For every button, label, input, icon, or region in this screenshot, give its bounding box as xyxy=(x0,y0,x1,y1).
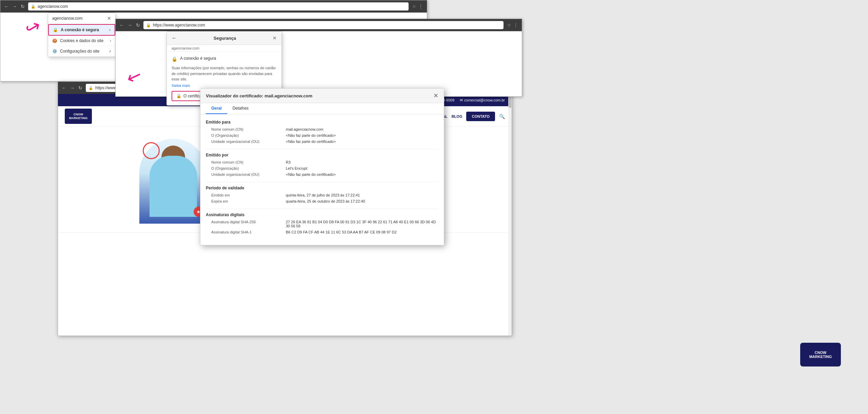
security-learn-more[interactable]: Saiba mais xyxy=(172,83,190,88)
scrollbar-3[interactable] xyxy=(508,94,512,336)
browser-chrome-bar-2: ← → ↻ 🔒 https://www.agencianow.com ☆ ⋮ xyxy=(116,19,522,31)
dropdown-url: agencianow.com xyxy=(52,16,82,21)
menu-icon-2[interactable]: ⋮ xyxy=(513,22,518,28)
logo-text: CNOWMARKETING xyxy=(69,113,88,120)
cert-section-periodo: Período de validade Emitido em quinta-fe… xyxy=(206,186,438,203)
secure-lock-icon: 🔒 xyxy=(172,56,177,62)
connection-label: A conexão é segura xyxy=(61,27,99,32)
reload-button-2[interactable]: ↻ xyxy=(135,22,141,28)
browser-right-icons-2: ☆ ⋮ xyxy=(506,22,518,28)
cert-label-sha1: Assinatura digital SHA-1 xyxy=(211,230,286,234)
reload-button-3[interactable]: ↻ xyxy=(78,85,83,91)
circle-decoration xyxy=(143,142,160,159)
nav-blog[interactable]: BLOG xyxy=(452,114,462,118)
connection-icon: 🔒 xyxy=(53,27,58,32)
certificate-modal: Visualizador do certificado: mail.agenci… xyxy=(200,88,444,245)
cert-lock-icon: 🔒 xyxy=(176,94,181,98)
cert-label-emitido-em: Emitido em xyxy=(211,193,286,197)
security-popup-header: ← Segurança ✕ xyxy=(167,32,281,45)
cert-divider-3 xyxy=(206,209,438,209)
settings-label: Configurações do site xyxy=(60,49,99,54)
cert-value-org-por: Let's Encrypt xyxy=(286,166,438,170)
cert-label-cn-por: Nome comum (CN) xyxy=(211,160,286,164)
address-bar-1[interactable]: 🔒 agencianow.com xyxy=(28,2,409,11)
browser-window-2: ← → ↻ 🔒 https://www.agencianow.com ☆ ⋮ ←… xyxy=(115,19,522,97)
security-popup-url: agencianow.com xyxy=(167,45,281,52)
forward-button-3[interactable]: → xyxy=(70,85,75,91)
cert-periodo-title: Período de validade xyxy=(206,186,438,190)
cert-label-sha256: Assinatura digital SHA-256 xyxy=(211,220,286,228)
cert-emitido-por-title: Emitido por xyxy=(206,153,438,157)
cert-body: Emitido para Nome comum (CN) mail.agenci… xyxy=(200,114,444,245)
dropdown-close-button[interactable]: ✕ xyxy=(107,16,111,21)
cert-tab-general[interactable]: Geral xyxy=(206,103,227,114)
security-back-button[interactable]: ← xyxy=(172,35,177,41)
cert-value-ou-para: <Não faz parte do certificado> xyxy=(286,139,438,144)
dropdown-item-settings[interactable]: ⚙️ Configurações do site ↗ xyxy=(48,46,115,57)
email-address: comercial@cnow.com.br xyxy=(464,98,505,102)
cert-emitido-para-title: Emitido para xyxy=(206,120,438,125)
star-icon-2[interactable]: ☆ xyxy=(506,22,512,28)
cert-value-cn-por: R3 xyxy=(286,160,438,164)
cert-label-ou-para: Unidade organizacional (OU) xyxy=(211,139,286,144)
cookies-icon: 🍪 xyxy=(52,38,57,43)
url-text-2: https://www.agencianow.com xyxy=(153,23,205,27)
cert-value-cn-para: mail.agenciacnow.com xyxy=(286,127,438,131)
cert-label-expira-em: Expira em xyxy=(211,199,286,203)
cert-row-expira-em: Expira em quarta-feira, 25 de outubro de… xyxy=(206,199,438,203)
cookies-arrow: › xyxy=(110,38,111,43)
cert-modal-close-button[interactable]: ✕ xyxy=(433,92,438,99)
back-button-2[interactable]: ← xyxy=(119,22,124,28)
forward-button-2[interactable]: → xyxy=(127,22,133,28)
hero-image-container: ★ xyxy=(139,139,207,224)
security-popup-title: Segurança xyxy=(214,36,236,41)
cert-divider-1 xyxy=(206,149,438,149)
cert-value-ou-por: <Não faz parte do certificado> xyxy=(286,172,438,176)
back-button-3[interactable]: ← xyxy=(61,85,67,91)
cert-row-ou-para: Unidade organizacional (OU) <Não faz par… xyxy=(206,139,438,144)
cert-row-cn-por: Nome comum (CN) R3 xyxy=(206,160,438,164)
cert-row-org-por: O (Organização) Let's Encrypt xyxy=(206,166,438,170)
reload-button-1[interactable]: ↻ xyxy=(20,4,25,9)
security-connection-item: 🔒 A conexão é segura xyxy=(172,56,277,62)
cert-modal-header: Visualizador do certificado: mail.agenci… xyxy=(200,89,444,103)
dropdown-item-connection[interactable]: 🔒 A conexão é segura › xyxy=(48,24,115,36)
cert-tabs: Geral Detalhes xyxy=(200,103,444,114)
cert-row-sha256: Assinatura digital SHA-256 27 26 EA 36 8… xyxy=(206,220,438,228)
forward-button-1[interactable]: → xyxy=(12,4,17,9)
browser-right-icons-1: ☆ ⋮ xyxy=(411,4,423,9)
cert-row-org-para: O (Organização) <Não faz parte do certif… xyxy=(206,133,438,137)
url-text-1: agencianow.com xyxy=(38,4,68,9)
cert-section-emitido-por: Emitido por Nome comum (CN) R3 O (Organi… xyxy=(206,153,438,176)
cert-value-sha256: 27 26 EA 36 81 B1 04 D0 D8 FA 00 91 D3 1… xyxy=(286,220,438,228)
connection-arrow: › xyxy=(109,27,111,32)
settings-ext-icon: ↗ xyxy=(108,50,111,53)
back-button-1[interactable]: ← xyxy=(4,4,9,9)
security-close-button[interactable]: ✕ xyxy=(273,35,277,41)
cert-value-org-para: <Não faz parte do certificado> xyxy=(286,133,438,137)
lock-icon-2: 🔒 xyxy=(146,23,151,27)
star-icon-1[interactable]: ☆ xyxy=(411,4,417,9)
menu-icon-1[interactable]: ⋮ xyxy=(418,4,423,9)
cert-modal-title: Visualizador do certificado: mail.agenci… xyxy=(206,93,312,98)
cert-row-cn-para: Nome comum (CN) mail.agenciacnow.com xyxy=(206,127,438,131)
cert-assinaturas-title: Assinaturas digitais xyxy=(206,212,438,217)
lock-icon-1: 🔒 xyxy=(31,4,36,9)
cert-value-emitido-em: quinta-feira, 27 de julho de 2023 às 17:… xyxy=(286,193,438,197)
cert-row-ou-por: Unidade organizacional (OU) <Não faz par… xyxy=(206,172,438,176)
nav-contato-button[interactable]: CONTATO xyxy=(466,112,495,121)
cert-row-sha1: Assinatura digital SHA-1 B6 C2 D9 FA CF … xyxy=(206,230,438,234)
browser-chrome-bar-1: ← → ↻ 🔒 agencianow.com ☆ ⋮ xyxy=(0,0,427,13)
cert-label-org-para: O (Organização) xyxy=(211,133,286,137)
cert-section-emitido-para: Emitido para Nome comum (CN) mail.agenci… xyxy=(206,120,438,144)
cert-tab-details[interactable]: Detalhes xyxy=(227,103,254,114)
cnow-logo-floating: CNOWMARKETING xyxy=(800,343,841,366)
address-bar-2[interactable]: 🔒 https://www.agencianow.com xyxy=(143,21,504,29)
nav-search-button[interactable]: 🔍 xyxy=(499,114,505,119)
dropdown-item-cookies[interactable]: 🍪 Cookies e dados do site › xyxy=(48,36,115,46)
email-item: ✉ comercial@cnow.com.br xyxy=(460,98,505,102)
cert-value-sha1: B6 C2 D9 FA CF AB 44 1E 11 6C 53 DA AA B… xyxy=(286,230,438,234)
cert-value-expira-em: quarta-feira, 25 de outubro de 2023 às 1… xyxy=(286,199,438,203)
lock-icon-3: 🔒 xyxy=(88,86,93,90)
cert-row-emitido-em: Emitido em quinta-feira, 27 de julho de … xyxy=(206,193,438,197)
